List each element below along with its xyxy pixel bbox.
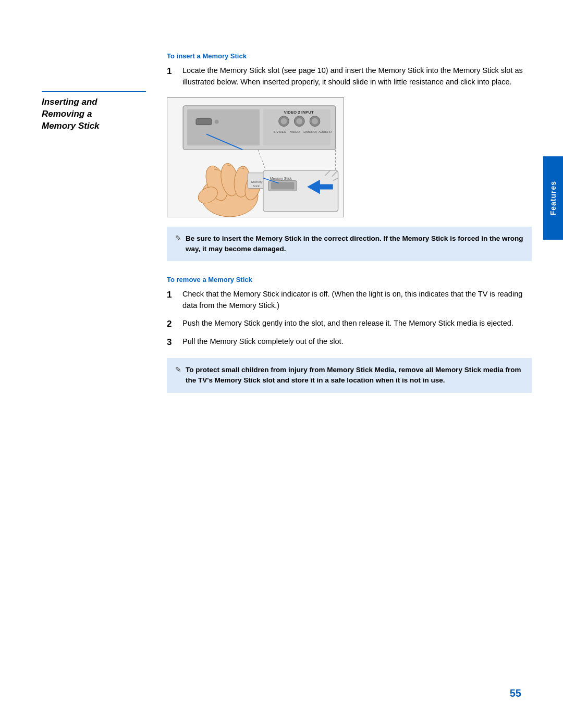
- remove-subsection-title: To remove a Memory Stick: [167, 276, 532, 283]
- svg-text:Memory Stick: Memory Stick: [270, 176, 292, 180]
- remove-step-3: 3 Pull the Memory Stick completely out o…: [167, 336, 532, 349]
- device-image: S-VIDEO VIDEO L(MONO) AUDIO-R VIDEO 2 IN…: [167, 97, 344, 217]
- insert-step-1-text: Locate the Memory Stick slot (see page 1…: [182, 65, 532, 88]
- svg-text:VIDEO: VIDEO: [290, 130, 300, 133]
- remove-step-2-number: 2: [167, 318, 176, 330]
- remove-step-3-text: Pull the Memory Stick completely out of …: [182, 336, 344, 348]
- svg-text:VIDEO 2 INPUT: VIDEO 2 INPUT: [284, 109, 314, 114]
- remove-step-3-number: 3: [167, 336, 176, 349]
- sidebar-tab-label: Features: [549, 181, 557, 215]
- remove-subsection: To remove a Memory Stick 1 Check that th…: [167, 276, 532, 393]
- remove-step-1-text: Check that the Memory Stick indicator is…: [182, 289, 532, 312]
- remove-note-text: To protect small children from injury fr…: [186, 365, 523, 386]
- svg-point-16: [215, 119, 219, 124]
- section-title-line2: Removing a: [42, 109, 92, 119]
- insert-note-icon: ✎: [175, 234, 181, 242]
- main-content: Inserting and Removing a Memory Stick To…: [0, 0, 563, 728]
- svg-rect-3: [263, 109, 331, 145]
- section-title-line3: Memory Stick: [42, 121, 100, 131]
- svg-text:L(MONO): L(MONO): [303, 130, 317, 133]
- device-svg: S-VIDEO VIDEO L(MONO) AUDIO-R VIDEO 2 IN…: [167, 98, 344, 217]
- insert-note-text: Be sure to insert the Memory Stick in th…: [186, 233, 523, 255]
- page-container: Inserting and Removing a Memory Stick To…: [0, 0, 563, 728]
- insert-subsection: To insert a Memory Stick 1 Locate the Me…: [167, 52, 532, 261]
- remove-step-2: 2 Push the Memory Stick gently into the …: [167, 318, 532, 330]
- insert-note-box: ✎ Be sure to insert the Memory Stick in …: [167, 227, 532, 262]
- insert-subsection-title: To insert a Memory Stick: [167, 52, 532, 60]
- insert-step-1: 1 Locate the Memory Stick slot (see page…: [167, 65, 532, 88]
- remove-step-1: 1 Check that the Memory Stick indicator …: [167, 289, 532, 312]
- remove-note-box: ✎ To protect small children from injury …: [167, 358, 532, 393]
- svg-rect-32: [271, 182, 295, 189]
- remove-steps: 1 Check that the Memory Stick indicator …: [167, 289, 532, 349]
- section-title: Inserting and Removing a Memory Stick: [42, 91, 146, 132]
- right-column: To insert a Memory Stick 1 Locate the Me…: [167, 52, 532, 697]
- svg-text:Stick: Stick: [253, 184, 260, 188]
- page-number: 55: [510, 687, 521, 699]
- features-sidebar-tab: Features: [543, 156, 563, 240]
- svg-text:AUDIO-R: AUDIO-R: [319, 130, 332, 133]
- left-column: Inserting and Removing a Memory Stick: [42, 52, 146, 697]
- svg-point-7: [281, 118, 287, 124]
- section-title-line1: Inserting and: [42, 97, 97, 107]
- insert-step-1-number: 1: [167, 65, 176, 78]
- remove-note-icon: ✎: [175, 365, 181, 374]
- insert-steps: 1 Locate the Memory Stick slot (see page…: [167, 65, 532, 88]
- svg-text:S-VIDEO: S-VIDEO: [274, 130, 287, 133]
- svg-point-9: [312, 118, 318, 124]
- remove-step-1-number: 1: [167, 289, 176, 301]
- page-number-container: 55: [510, 687, 521, 699]
- svg-rect-15: [196, 118, 212, 125]
- remove-step-2-text: Push the Memory Stick gently into the sl…: [182, 318, 513, 329]
- svg-text:Memory: Memory: [251, 180, 262, 183]
- svg-rect-2: [187, 109, 260, 145]
- svg-point-8: [296, 118, 302, 124]
